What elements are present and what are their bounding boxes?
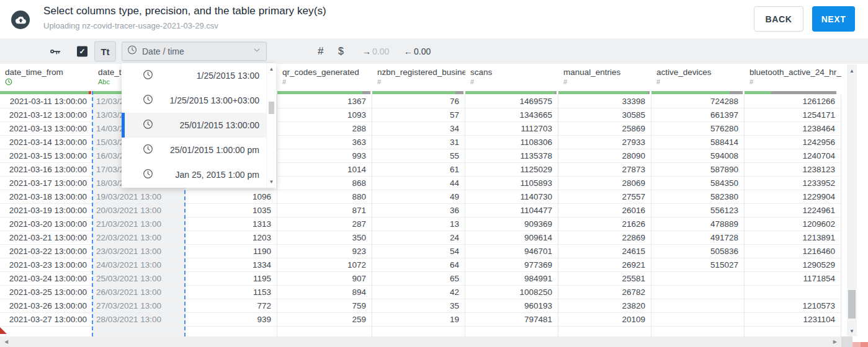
table-cell[interactable]: 65 — [372, 272, 465, 286]
table-cell[interactable]: 363 — [277, 136, 372, 149]
table-cell[interactable]: 759 — [277, 299, 372, 313]
number-type-button[interactable]: # — [318, 45, 323, 58]
table-cell[interactable]: 2021-03-21 13:00:00 — [0, 231, 93, 245]
table-cell[interactable]: 42 — [372, 286, 465, 299]
table-cell[interactable]: 1343665 — [465, 108, 558, 122]
column-header[interactable]: date_time_from — [0, 64, 93, 91]
table-cell[interactable]: 894 — [277, 286, 372, 299]
table-cell[interactable] — [372, 327, 465, 336]
table-cell[interactable]: 1171854 — [745, 272, 841, 286]
table-cell[interactable]: 871 — [277, 204, 372, 217]
table-cell[interactable]: 505836 — [651, 245, 745, 258]
table-cell[interactable]: 594008 — [651, 149, 745, 163]
table-cell[interactable]: 2021-03-19 13:00:00 — [0, 204, 93, 217]
primary-key-icon[interactable] — [48, 45, 61, 58]
table-cell[interactable] — [465, 327, 558, 336]
table-cell[interactable]: 1216460 — [745, 245, 841, 258]
table-cell[interactable]: 1233952 — [745, 177, 841, 190]
table-cell[interactable]: 2021-03-22 13:00:00 — [0, 245, 93, 258]
table-cell[interactable]: 22/03/2021 13:00 — [93, 231, 186, 245]
table-cell[interactable]: 1313 — [186, 217, 277, 231]
table-cell[interactable]: 1367 — [277, 95, 372, 108]
table-cell[interactable]: 24615 — [558, 245, 651, 258]
table-cell[interactable]: 23/03/2021 13:00 — [93, 245, 186, 258]
currency-type-button[interactable]: $ — [338, 46, 344, 57]
table-cell[interactable]: 1112703 — [465, 122, 558, 136]
horizontal-scrollbar[interactable]: ◀ ▶ — [0, 336, 841, 347]
scroll-up-arrow[interactable]: ▲ — [847, 68, 857, 74]
table-cell[interactable]: 36 — [372, 204, 465, 217]
table-cell[interactable]: 1093 — [277, 108, 372, 122]
table-cell[interactable]: 33398 — [558, 95, 651, 108]
datetime-format-option[interactable]: 1/25/2015 13:00 — [122, 63, 276, 88]
table-cell[interactable]: 27873 — [558, 163, 651, 177]
table-cell[interactable]: 27557 — [558, 190, 651, 204]
table-cell[interactable]: 909614 — [465, 231, 558, 245]
table-cell[interactable]: 1096 — [186, 190, 277, 204]
table-cell[interactable]: 2021-03-24 13:00:00 — [0, 272, 93, 286]
table-cell[interactable]: 1242956 — [745, 136, 841, 149]
table-cell[interactable]: 44 — [372, 177, 465, 190]
table-cell[interactable]: 1140730 — [465, 190, 558, 204]
table-cell[interactable]: 2021-03-17 13:00:00 — [0, 177, 93, 190]
table-cell[interactable] — [651, 299, 745, 313]
table-cell[interactable]: 1035 — [186, 204, 277, 217]
table-cell[interactable]: 25869 — [558, 122, 651, 136]
table-cell[interactable]: 984991 — [465, 272, 558, 286]
table-cell[interactable]: 57 — [372, 108, 465, 122]
table-cell[interactable]: 28069 — [558, 177, 651, 190]
vertical-scrollbar[interactable]: ▲ ▼ — [847, 64, 857, 336]
table-cell[interactable]: 28090 — [558, 149, 651, 163]
table-cell[interactable]: 1014 — [277, 163, 372, 177]
scroll-right-arrow[interactable]: ▶ — [833, 339, 837, 345]
column-header[interactable]: scans# — [465, 64, 558, 91]
table-cell[interactable]: 64 — [372, 258, 465, 272]
table-cell[interactable]: 1125029 — [465, 163, 558, 177]
table-cell[interactable]: 22869 — [558, 231, 651, 245]
datetime-format-option[interactable]: Jan 25, 2015 1:00 pm — [122, 162, 276, 187]
table-cell[interactable]: 1334 — [186, 258, 277, 272]
table-cell[interactable] — [651, 286, 745, 299]
table-cell[interactable]: 26921 — [558, 258, 651, 272]
table-cell[interactable]: 2021-03-20 13:00:00 — [0, 217, 93, 231]
scroll-down-arrow[interactable]: ▼ — [267, 179, 276, 185]
table-cell[interactable]: 35 — [372, 299, 465, 313]
table-cell[interactable]: 1238464 — [745, 122, 841, 136]
table-cell[interactable]: 2021-03-12 13:00:00 — [0, 108, 93, 122]
vertical-scrollbar-thumb[interactable] — [848, 290, 856, 318]
table-cell[interactable]: 993 — [277, 149, 372, 163]
table-cell[interactable]: 584350 — [651, 177, 745, 190]
table-cell[interactable]: 515027 — [651, 258, 745, 272]
table-cell[interactable]: 556123 — [651, 204, 745, 217]
table-cell[interactable]: 54 — [372, 245, 465, 258]
table-cell[interactable] — [651, 272, 745, 286]
table-cell[interactable]: 1229904 — [745, 190, 841, 204]
table-cell[interactable]: 288 — [277, 122, 372, 136]
table-cell[interactable]: 25581 — [558, 272, 651, 286]
table-cell[interactable]: 1469575 — [465, 95, 558, 108]
table-cell[interactable]: 1240704 — [745, 149, 841, 163]
table-cell[interactable]: 24 — [372, 231, 465, 245]
datetime-format-option[interactable]: 25/01/2015 13:00:00 — [122, 113, 276, 138]
table-cell[interactable]: 1195 — [186, 272, 277, 286]
table-cell[interactable]: 1135378 — [465, 149, 558, 163]
table-cell[interactable]: 2021-03-14 13:00:00 — [0, 136, 93, 149]
column-header[interactable]: manual_entries# — [558, 64, 651, 91]
table-cell[interactable] — [0, 327, 93, 336]
table-cell[interactable]: 20/03/2021 13:00 — [93, 204, 186, 217]
table-cell[interactable]: 55 — [372, 149, 465, 163]
scroll-left-arrow[interactable]: ◀ — [4, 339, 8, 345]
back-button[interactable]: BACK — [754, 6, 803, 32]
dropdown-scrollbar[interactable]: ▲▼ — [266, 63, 276, 188]
table-cell[interactable] — [558, 327, 651, 336]
datetime-format-option[interactable]: 25/01/2015 1:00:00 pm — [122, 138, 276, 162]
table-cell[interactable]: 49 — [372, 190, 465, 204]
table-cell[interactable]: 909369 — [465, 217, 558, 231]
table-cell[interactable]: 576280 — [651, 122, 745, 136]
table-cell[interactable]: 1210573 — [745, 299, 841, 313]
table-cell[interactable]: 2021-03-13 13:00:00 — [0, 122, 93, 136]
table-cell[interactable]: 19/03/2021 13:00 — [93, 190, 186, 204]
table-cell[interactable] — [93, 327, 186, 336]
table-cell[interactable]: 977369 — [465, 258, 558, 272]
table-cell[interactable] — [745, 327, 841, 336]
